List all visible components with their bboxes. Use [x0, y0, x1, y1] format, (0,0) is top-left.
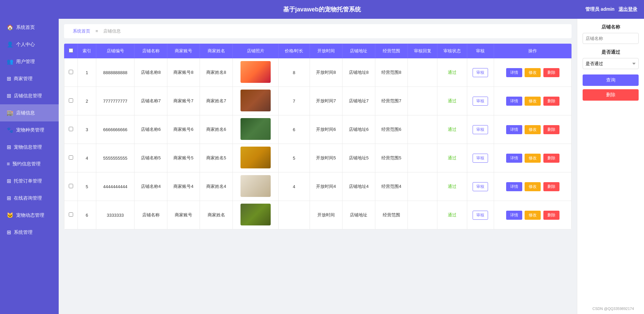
audit-button-3[interactable]: 审核 — [473, 154, 488, 163]
detail-button-3[interactable]: 详情 — [506, 154, 522, 163]
sidebar-item-pet-info[interactable]: ⊞ 宠物信息管理 — [0, 139, 59, 156]
logout-button[interactable]: 退出登录 — [619, 6, 637, 12]
sidebar: 🏠 系统首页 👤 个人中心 👥 用户管理 ⊞ 商家管理 ⊞ 店铺信息管理 🏬 店… — [0, 19, 59, 314]
edit-button-1[interactable]: 修改 — [525, 97, 541, 106]
select-all-checkbox[interactable] — [69, 48, 73, 53]
edit-button-0[interactable]: 修改 — [525, 68, 541, 77]
row-checkbox-1[interactable] — [64, 87, 78, 115]
row-price-2: 6 — [278, 115, 310, 144]
row-shop-photo-4 — [232, 172, 278, 201]
row-audit-status-0: 通过 — [437, 58, 467, 87]
sidebar-item-pet-dynamic[interactable]: 🐱 宠物动态管理 — [0, 207, 59, 224]
audit-button-4[interactable]: 审核 — [473, 182, 488, 191]
row-audit-4[interactable]: 审核 — [467, 172, 494, 201]
detail-button-1[interactable]: 详情 — [506, 97, 522, 106]
row-checkbox-5[interactable] — [64, 201, 78, 229]
header-audit-status: 审核状态 — [437, 44, 467, 58]
row-audit-3[interactable]: 审核 — [467, 144, 494, 172]
row-audit-5[interactable]: 审核 — [467, 201, 494, 229]
hosting-icon: ⊞ — [7, 178, 11, 184]
audit-button-0[interactable]: 审核 — [473, 68, 488, 77]
row-audit-1[interactable]: 审核 — [467, 87, 494, 115]
breadcrumb-home[interactable]: 系统首页 — [73, 29, 90, 34]
sidebar-item-merchants[interactable]: ⊞ 商家管理 — [0, 70, 59, 87]
system-icon: ⊞ — [7, 229, 11, 235]
row-business-scope-2: 经营范围6 — [375, 115, 408, 144]
delete-button-0[interactable]: 删除 — [543, 68, 559, 77]
row-audit-2[interactable]: 审核 — [467, 115, 494, 144]
detail-button-0[interactable]: 详情 — [506, 68, 522, 77]
row-audit-0[interactable]: 审核 — [467, 58, 494, 87]
delete-button-1[interactable]: 删除 — [543, 97, 559, 106]
delete-button-4[interactable]: 删除 — [543, 182, 559, 191]
filter-shop-name-input[interactable] — [583, 33, 639, 44]
row-actions-3: 详情 修改 删除 — [494, 144, 572, 172]
header-right: 管理员 admin 退出登录 — [583, 6, 637, 12]
row-merchant-name-5: 商家姓名 — [200, 201, 233, 229]
row-select-checkbox[interactable] — [69, 212, 73, 217]
row-merchant-name-1: 商家姓名7 — [200, 87, 233, 115]
shop-table-container: 索引 店铺编号 店铺名称 商家账号 商家姓名 店铺照片 价格/时长 开放时间 店… — [64, 44, 572, 229]
audit-button-2[interactable]: 审核 — [473, 125, 488, 134]
delete-button-2[interactable]: 删除 — [543, 125, 559, 134]
header-shop-no: 店铺编号 — [96, 44, 135, 58]
row-price-0: 8 — [278, 58, 310, 87]
row-checkbox-3[interactable] — [64, 144, 78, 172]
delete-button-5[interactable]: 删除 — [543, 211, 559, 220]
sidebar-item-home[interactable]: 🏠 系统首页 — [0, 19, 59, 36]
filter-is-pass-select[interactable]: 是否通过 通过 未通过 — [583, 58, 639, 69]
sidebar-item-pet-types[interactable]: 🐾 宠物种类管理 — [0, 121, 59, 139]
row-shop-name-5: 店铺名称 — [135, 201, 167, 229]
delete-button-3[interactable]: 删除 — [543, 154, 559, 163]
edit-button-2[interactable]: 修改 — [525, 125, 541, 134]
row-actions-2: 详情 修改 删除 — [494, 115, 572, 144]
table-row: 18888888888店铺名称8商家账号8商家姓名88开放时间8店铺地址8经营范… — [64, 58, 572, 87]
row-index-4: 5 — [78, 172, 96, 201]
sidebar-item-system[interactable]: ⊞ 系统管理 — [0, 224, 59, 241]
sidebar-item-shop-mgmt[interactable]: ⊞ 店铺信息管理 — [0, 87, 59, 104]
row-select-checkbox[interactable] — [69, 98, 73, 103]
edit-button-3[interactable]: 修改 — [525, 154, 541, 163]
row-select-checkbox[interactable] — [69, 70, 73, 74]
row-shop-no-0: 8888888888 — [96, 58, 135, 87]
audit-button-1[interactable]: 审核 — [473, 97, 488, 106]
row-shop-name-3: 店铺名称5 — [135, 144, 167, 172]
sidebar-item-hosting[interactable]: ⊞ 托管订单管理 — [0, 172, 59, 190]
row-select-checkbox[interactable] — [69, 155, 73, 160]
detail-button-4[interactable]: 详情 — [506, 182, 522, 191]
row-select-checkbox[interactable] — [69, 184, 73, 188]
sidebar-item-users[interactable]: 👥 用户管理 — [0, 53, 59, 70]
status-badge: 通过 — [448, 70, 457, 75]
row-merchant-account-4: 商家账号4 — [167, 172, 200, 201]
status-badge: 通过 — [448, 212, 457, 217]
header-checkbox[interactable] — [64, 44, 78, 58]
edit-button-4[interactable]: 修改 — [525, 182, 541, 191]
detail-button-2[interactable]: 详情 — [506, 125, 522, 134]
row-actions-0: 详情 修改 删除 — [494, 58, 572, 87]
right-filter-panel: 店铺名称 是否通过 是否通过 通过 未通过 查询 删除 — [577, 19, 644, 314]
row-business-scope-0: 经营范围8 — [375, 58, 408, 87]
home-icon: 🏠 — [7, 24, 13, 31]
edit-button-5[interactable]: 修改 — [525, 211, 541, 220]
sidebar-item-shop-info[interactable]: 🏬 店铺信息 — [0, 104, 59, 121]
header-merchant-name: 商家姓名 — [200, 44, 233, 58]
sidebar-item-reservation[interactable]: ≡ 预约信息管理 — [0, 156, 59, 172]
row-checkbox-0[interactable] — [64, 58, 78, 87]
person-icon: 👤 — [7, 41, 13, 48]
row-shop-name-1: 店铺名称7 — [135, 87, 167, 115]
row-select-checkbox[interactable] — [69, 127, 73, 131]
header-audit-reply: 审核回复 — [408, 44, 437, 58]
detail-button-5[interactable]: 详情 — [506, 211, 522, 220]
row-checkbox-4[interactable] — [64, 172, 78, 201]
sidebar-item-profile[interactable]: 👤 个人中心 — [0, 36, 59, 53]
row-audit-reply-3 — [408, 144, 437, 172]
query-button[interactable]: 查询 — [583, 74, 639, 86]
batch-delete-button[interactable]: 删除 — [583, 89, 639, 101]
sidebar-item-consult[interactable]: ⊞ 在线咨询管理 — [0, 190, 59, 207]
row-open-time-3: 开放时间5 — [310, 144, 342, 172]
header-price-hour: 价格/时长 — [278, 44, 310, 58]
row-actions-4: 详情 修改 删除 — [494, 172, 572, 201]
row-checkbox-2[interactable] — [64, 115, 78, 144]
audit-button-5[interactable]: 审核 — [473, 211, 488, 220]
row-merchant-name-0: 商家姓名8 — [200, 58, 233, 87]
